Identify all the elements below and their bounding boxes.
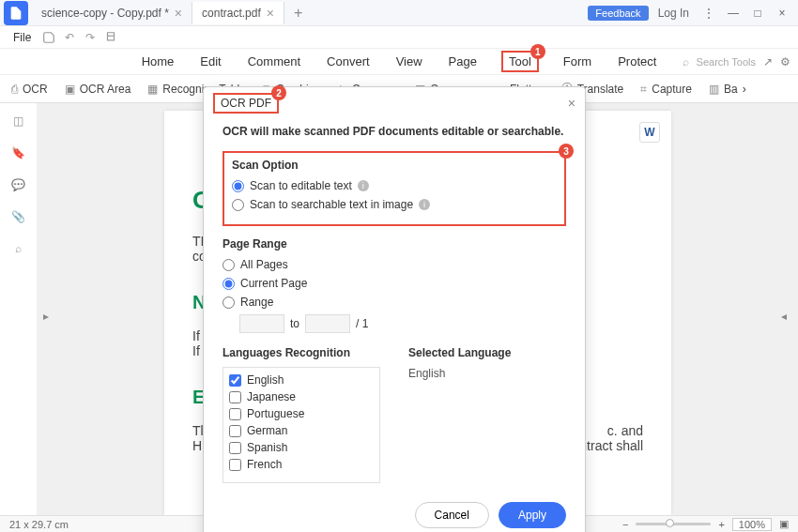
redo-icon[interactable]: ↷ <box>82 29 99 46</box>
tool-ocr-area[interactable]: ▣OCR Area <box>65 83 131 96</box>
callout-badge-2: 2 <box>271 85 286 100</box>
page-range-section: Page Range All Pages Current Page Range … <box>223 237 566 333</box>
checkbox-input[interactable] <box>229 391 241 403</box>
nav-tool[interactable]: Tool 1 <box>501 51 539 72</box>
cancel-button[interactable]: Cancel <box>415 502 489 528</box>
info-icon[interactable]: i <box>419 199 430 210</box>
nav-protect[interactable]: Protect <box>616 51 658 72</box>
lang-japanese[interactable]: Japanese <box>229 388 374 405</box>
nav-page[interactable]: Page <box>447 51 479 72</box>
tool-capture[interactable]: ⌗Capture <box>640 83 692 96</box>
tool-ocr[interactable]: ⎙OCR <box>11 83 48 96</box>
modal-footer: Cancel Apply <box>204 493 585 532</box>
range-inputs: to / 1 <box>239 314 566 333</box>
radio-input[interactable] <box>223 296 235 309</box>
close-icon[interactable]: × <box>175 6 182 21</box>
modal-header: OCR PDF 2 × <box>204 87 585 119</box>
attachment-icon[interactable]: 📎 <box>10 208 27 225</box>
table-icon: ▦ <box>147 83 158 96</box>
radio-all-pages[interactable]: All Pages <box>223 258 566 271</box>
close-modal-icon[interactable]: × <box>568 96 575 111</box>
tab-science-copy[interactable]: science-copy - Copy.pdf * × <box>32 2 192 24</box>
zoom-handle[interactable] <box>666 519 674 527</box>
radio-input[interactable] <box>223 259 235 271</box>
undo-icon[interactable]: ↶ <box>61 29 78 46</box>
checkbox-input[interactable] <box>229 425 241 437</box>
callout-badge-1: 1 <box>530 44 545 59</box>
thumbnails-icon[interactable]: ◫ <box>10 113 27 129</box>
callout-badge-3: 3 <box>559 144 574 159</box>
search-side-icon[interactable]: ⌕ <box>10 240 27 257</box>
print-icon[interactable] <box>102 29 119 46</box>
radio-input[interactable] <box>223 278 235 290</box>
save-icon[interactable] <box>40 29 57 46</box>
tab-contract[interactable]: contract.pdf × <box>192 2 284 24</box>
tab-label: contract.pdf <box>202 7 261 20</box>
ocr-modal: OCR PDF 2 × OCR will make scanned PDF do… <box>203 86 586 532</box>
doc-text: H <box>192 438 202 453</box>
scan-option-title: Scan Option <box>232 159 557 172</box>
lang-recognition-title: Languages Recognition <box>223 346 380 359</box>
radio-input[interactable] <box>232 180 244 192</box>
lang-portuguese[interactable]: Portuguese <box>229 405 374 422</box>
info-icon[interactable]: i <box>358 180 369 191</box>
ocr-icon: ⎙ <box>11 83 18 96</box>
nav-form[interactable]: Form <box>561 51 593 72</box>
word-export-icon[interactable]: W <box>639 122 660 143</box>
fit-page-icon[interactable]: ▣ <box>779 518 789 530</box>
capture-icon: ⌗ <box>640 83 647 96</box>
maximize-icon[interactable]: □ <box>747 4 768 23</box>
range-from-input[interactable] <box>239 314 284 333</box>
minimize-icon[interactable]: — <box>723 4 744 23</box>
lang-list[interactable]: English Japanese Portuguese German Spani… <box>223 367 380 483</box>
comment-icon[interactable]: 💬 <box>10 176 27 193</box>
radio-input[interactable] <box>232 199 244 211</box>
lang-german[interactable]: German <box>229 422 374 439</box>
modal-description: OCR will make scanned PDF documents edit… <box>223 125 566 138</box>
radio-range[interactable]: Range <box>223 296 566 309</box>
bookmark-icon[interactable]: 🔖 <box>10 144 27 161</box>
nav-view[interactable]: View <box>394 51 424 72</box>
close-window-icon[interactable]: × <box>772 4 792 23</box>
zoom-out-icon[interactable]: − <box>622 519 628 530</box>
radio-editable-text[interactable]: Scan to editable text i <box>232 179 557 192</box>
search-tools-input[interactable]: Search Tools <box>697 56 756 68</box>
checkbox-input[interactable] <box>229 408 241 420</box>
prev-page-arrow[interactable]: ▸ <box>43 310 54 321</box>
kebab-icon[interactable]: ⋮ <box>698 4 719 23</box>
zoom-slider[interactable] <box>636 523 711 525</box>
radio-current-page[interactable]: Current Page <box>223 277 566 290</box>
selected-lang-title: Selected Language <box>408 346 566 359</box>
nav-comment[interactable]: Comment <box>246 51 302 72</box>
left-sidebar: ◫ 🔖 💬 📎 ⌕ <box>0 103 38 515</box>
modal-title: OCR PDF 2 <box>213 93 279 114</box>
range-to-label: to <box>290 317 299 330</box>
radio-searchable-text[interactable]: Scan to searchable text in image i <box>232 198 557 211</box>
lang-english[interactable]: English <box>229 372 374 388</box>
apply-button[interactable]: Apply <box>499 502 566 528</box>
feedback-button[interactable]: Feedback <box>588 6 648 21</box>
next-page-arrow[interactable]: ◂ <box>781 310 792 321</box>
login-button[interactable]: Log In <box>652 3 695 23</box>
range-to-input[interactable] <box>305 314 350 333</box>
zoom-in-icon[interactable]: + <box>718 519 724 530</box>
app-logo-icon <box>4 1 28 25</box>
close-icon[interactable]: × <box>267 6 274 21</box>
nav-edit[interactable]: Edit <box>198 51 223 72</box>
range-total: / 1 <box>356 317 368 330</box>
add-tab-button[interactable]: + <box>284 5 312 22</box>
nav-home[interactable]: Home <box>140 51 176 72</box>
checkbox-input[interactable] <box>229 442 241 454</box>
scan-option-section: 3 Scan Option Scan to editable text i Sc… <box>223 151 566 226</box>
tool-batch[interactable]: ▥Ba › <box>709 83 746 96</box>
zoom-level[interactable]: 100% <box>732 518 772 531</box>
lang-french[interactable]: French <box>229 456 374 473</box>
file-menu[interactable]: File <box>8 29 37 46</box>
share-icon[interactable]: ↗ <box>763 55 773 68</box>
checkbox-input[interactable] <box>229 374 241 387</box>
nav-convert[interactable]: Convert <box>325 51 372 72</box>
nav-tool-label: Tool <box>509 54 531 68</box>
lang-spanish[interactable]: Spanish <box>229 439 374 456</box>
gear-icon[interactable]: ⚙ <box>780 55 790 68</box>
checkbox-input[interactable] <box>229 459 241 471</box>
